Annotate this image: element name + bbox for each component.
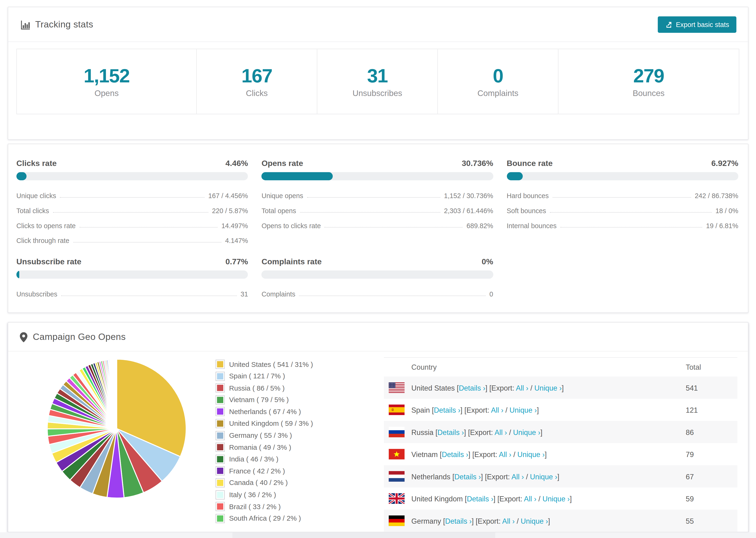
rate-row: Hard bounces242 / 86.738% [507, 192, 738, 199]
export-unique-link[interactable]: Unique › [513, 428, 540, 436]
progress-track [17, 172, 248, 180]
details-link[interactable]: Details › [445, 517, 472, 525]
tracking-stats-title-text: Tracking stats [35, 19, 93, 30]
rate-row-value: 4.147% [225, 237, 248, 244]
geo-total-cell: 59 [686, 494, 732, 503]
stat-box-complaints: 0Complaints [438, 49, 559, 114]
legend-swatch-color [217, 480, 223, 486]
details-link[interactable]: Details › [459, 384, 485, 392]
export-all-link[interactable]: All › [502, 517, 514, 525]
legend-label: Spain ( 121 / 7% ) [229, 372, 285, 380]
export-icon [665, 21, 672, 28]
details-link[interactable]: Details › [467, 494, 493, 503]
legend-label: South Africa ( 29 / 2% ) [229, 514, 301, 522]
legend-swatch [216, 360, 225, 369]
flag-ru-icon [389, 427, 405, 437]
stat-value-clicks: 167 [242, 65, 272, 86]
rate-panel-bounce-rate: Bounce rate6.927%Hard bounces242 / 86.73… [507, 159, 738, 244]
export-all-link[interactable]: All › [499, 450, 512, 458]
details-link[interactable]: Details › [437, 428, 464, 436]
export-basic-stats-button[interactable]: Export basic stats [658, 17, 736, 33]
stat-box-bounces: 279Bounces [559, 49, 739, 114]
rate-row-label: Clicks to opens rate [17, 222, 76, 230]
geo-table-row-us: United States [Details ›] [Export: All ›… [384, 377, 737, 399]
export-unique-link[interactable]: Unique › [521, 517, 548, 525]
geo-col-total: Total [686, 363, 732, 371]
rate-rows: Complaints0 [261, 290, 493, 298]
progress-fill [261, 172, 333, 180]
rate-row-value: 1,152 / 30.736% [444, 192, 493, 199]
legend-swatch-color [217, 456, 223, 462]
rate-row-value: 167 / 4.456% [208, 192, 248, 199]
legend-label: United Kingdom ( 59 / 3% ) [229, 420, 313, 427]
rate-row-value: 19 / 6.81% [706, 222, 738, 230]
rate-title: Opens rate [261, 159, 303, 168]
details-link[interactable]: Details › [454, 472, 481, 480]
legend-item: Spain ( 121 / 7% ) [216, 372, 375, 381]
export-unique-link[interactable]: Unique › [542, 494, 569, 503]
export-all-link[interactable]: All › [516, 384, 528, 392]
rate-row: Internal bounces19 / 6.81% [507, 222, 738, 230]
dotted-leader [553, 197, 691, 198]
rate-row-value: 689.82% [466, 222, 493, 230]
legend-swatch [216, 431, 225, 440]
export-unique-link[interactable]: Unique › [517, 450, 545, 458]
legend-item: Vietnam ( 79 / 5% ) [216, 395, 375, 404]
campaign-geo-opens-card: Campaign Geo Opens United States ( 541 /… [8, 322, 748, 532]
legend-item: Canada ( 40 / 2% ) [216, 478, 375, 487]
flag-es-icon [389, 404, 405, 415]
rate-panel-complaints-rate: Complaints rate0%Complaints0 [261, 257, 493, 298]
details-link[interactable]: Details › [434, 405, 460, 414]
rate-row-label: Unsubscribes [17, 290, 57, 298]
stat-value-opens: 1,152 [83, 65, 129, 86]
rate-row: Soft bounces18 / 0% [507, 207, 738, 215]
progress-fill [17, 172, 27, 180]
rate-row-value: 2,303 / 61.446% [444, 207, 493, 215]
progress-fill [17, 270, 19, 279]
export-all-link[interactable]: All › [495, 428, 507, 436]
details-link[interactable]: Details › [442, 450, 468, 458]
flag-de-icon [389, 515, 405, 526]
geo-pie-legend: United States ( 541 / 31% )Spain ( 121 /… [216, 357, 375, 525]
export-all-link[interactable]: All › [512, 472, 524, 480]
rate-title: Bounce rate [507, 159, 553, 168]
legend-item: United Kingdom ( 59 / 3% ) [216, 419, 375, 428]
export-unique-link[interactable]: Unique › [530, 472, 557, 480]
legend-swatch-color [217, 515, 223, 521]
rate-row: Unique clicks167 / 4.456% [17, 192, 248, 199]
rate-row-label: Complaints [261, 290, 296, 298]
flag-vn-icon [389, 449, 405, 459]
rate-panel-unsubscribe-rate: Unsubscribe rate0.77%Unsubscribes31 [17, 257, 248, 298]
rate-row-value: 242 / 86.738% [695, 192, 738, 199]
geo-opens-pie-chart[interactable] [45, 357, 188, 500]
legend-swatch [216, 372, 225, 381]
progress-track [17, 270, 248, 279]
geo-country-cell: Russia [Details ›] [Export: All › / Uniq… [411, 428, 686, 436]
dotted-leader [53, 212, 208, 213]
legend-swatch-color [217, 409, 223, 415]
export-unique-link[interactable]: Unique › [534, 384, 562, 392]
rate-row-value: 31 [241, 290, 248, 298]
legend-label: Germany ( 55 / 3% ) [229, 431, 292, 439]
rate-rows: Hard bounces242 / 86.738%Soft bounces18 … [507, 192, 738, 229]
legend-label: Italy ( 36 / 2% ) [229, 491, 276, 499]
legend-label: India ( 46 / 3% ) [229, 455, 279, 463]
geo-table-row-gb: United Kingdom [Details ›] [Export: All … [384, 488, 737, 510]
stat-label-complaints: Complaints [477, 88, 518, 98]
rate-row-label: Hard bounces [507, 192, 549, 199]
dotted-leader [325, 227, 463, 228]
geo-title: Campaign Geo Opens [20, 332, 126, 342]
flag-gb-icon [389, 493, 405, 504]
rate-value: 0% [482, 257, 493, 266]
export-unique-link[interactable]: Unique › [510, 405, 537, 414]
export-all-link[interactable]: All › [524, 494, 536, 503]
export-all-link[interactable]: All › [491, 405, 503, 414]
geo-table-row-es: Spain [Details ›] [Export: All › / Uniqu… [384, 399, 737, 421]
dotted-leader [61, 296, 237, 296]
rate-title: Unsubscribe rate [17, 257, 81, 266]
rate-row: Complaints0 [261, 290, 493, 298]
rate-row: Unsubscribes31 [17, 290, 248, 298]
rate-value: 30.736% [462, 159, 493, 168]
legend-swatch-color [217, 420, 223, 427]
rate-row-label: Soft bounces [507, 207, 546, 215]
